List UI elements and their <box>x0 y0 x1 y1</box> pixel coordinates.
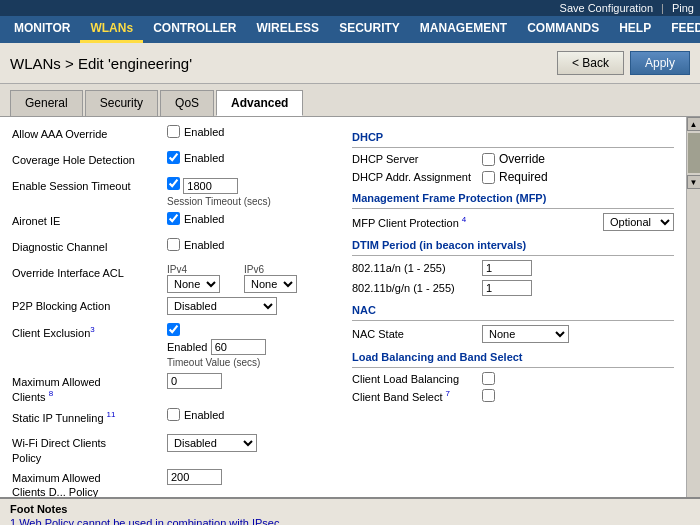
static-tunneling-sup[interactable]: 11 <box>107 410 116 419</box>
session-timeout-control: Session Timeout (secs) <box>167 177 332 208</box>
tab-security[interactable]: Security <box>85 90 158 116</box>
allow-aaa-label: Allow AAA Override <box>12 125 167 141</box>
ping-link[interactable]: Ping <box>672 2 694 14</box>
p2p-blocking-row: P2P Blocking Action Disabled Drop Forwar… <box>12 297 332 319</box>
back-button[interactable]: < Back <box>557 51 624 75</box>
dhcp-server-value: Override <box>499 152 545 166</box>
wifi-direct-row: Wi-Fi Direct ClientsPolicy Disabled Allo… <box>12 434 332 465</box>
page-title: WLANs > Edit 'engineering' <box>10 55 192 72</box>
tab-general[interactable]: General <box>10 90 83 116</box>
nav-wlans[interactable]: WLANs <box>80 16 143 43</box>
dhcp-server-checkbox[interactable] <box>482 153 495 166</box>
nav-commands[interactable]: COMMANDS <box>517 16 609 43</box>
mfp-client-row: MFP Client Protection 4 Optional Require… <box>352 213 674 231</box>
dhcp-addr-checkbox[interactable] <box>482 171 495 184</box>
override-acl-row: Override Interface ACL IPv4 None IPv6 <box>12 264 332 293</box>
nav-management[interactable]: MANAGEMENT <box>410 16 517 43</box>
dhcp-divider <box>352 147 674 148</box>
nav-security[interactable]: SECURITY <box>329 16 410 43</box>
client-lb-checkbox[interactable] <box>482 372 495 385</box>
override-acl-control: IPv4 None IPv6 None <box>167 264 332 293</box>
coverage-hole-label: Coverage Hole Detection <box>12 151 167 167</box>
nac-divider <box>352 320 674 321</box>
allow-aaa-control: Enabled <box>167 125 332 138</box>
client-exclusion-timeout-input[interactable] <box>211 339 266 355</box>
max-clients-input[interactable] <box>167 373 222 389</box>
nav-bar: MONITOR WLANs CONTROLLER WIRELESS SECURI… <box>0 16 700 43</box>
tabs-row: General Security QoS Advanced <box>0 84 700 117</box>
dhcp-server-control: Override <box>482 152 545 166</box>
nac-state-row: NAC State None Radius NAC SNMP NAC <box>352 325 674 343</box>
dhcp-server-label: DHCP Server <box>352 153 482 165</box>
allow-aaa-checkbox[interactable] <box>167 125 180 138</box>
session-timeout-label: Enable Session Timeout <box>12 177 167 193</box>
client-exclusion-checkbox[interactable] <box>167 323 180 336</box>
client-lb-row: Client Load Balancing <box>352 372 674 385</box>
nav-feedback[interactable]: FEEDBACK <box>661 16 700 43</box>
footnotes-title: Foot Notes <box>10 503 690 515</box>
diagnostic-channel-control: Enabled <box>167 238 332 251</box>
mfp-divider <box>352 208 674 209</box>
diagnostic-channel-checkbox[interactable] <box>167 238 180 251</box>
static-tunneling-enabled: Enabled <box>184 409 224 421</box>
static-ip-tunneling-control: Enabled <box>167 408 332 421</box>
ipv6-group: IPv6 None <box>244 264 297 293</box>
ipv4-group: IPv4 None <box>167 264 220 293</box>
max-clients-sup[interactable]: 8 <box>49 389 53 398</box>
coverage-hole-checkbox[interactable] <box>167 151 180 164</box>
main-content: Allow AAA Override Enabled Coverage Hole… <box>0 117 700 497</box>
client-band-checkbox[interactable] <box>482 389 495 402</box>
mfp-client-select[interactable]: Optional Required Disabled <box>603 213 674 231</box>
client-band-sup[interactable]: 7 <box>446 389 450 398</box>
override-acl-label: Override Interface ACL <box>12 264 167 280</box>
nav-controller[interactable]: CONTROLLER <box>143 16 246 43</box>
apply-button[interactable]: Apply <box>630 51 690 75</box>
nav-help[interactable]: HELP <box>609 16 661 43</box>
top-bar: Save Configuration | Ping <box>0 0 700 16</box>
dtim-80211an-input[interactable] <box>482 260 532 276</box>
ipv4-select[interactable]: None <box>167 275 220 293</box>
mfp-sup[interactable]: 4 <box>462 215 466 224</box>
session-timeout-checkbox[interactable] <box>167 177 180 190</box>
wifi-direct-select[interactable]: Disabled Allow Not Allow <box>167 434 257 452</box>
dhcp-addr-label: DHCP Addr. Assignment <box>352 171 482 183</box>
max-clients-policy-input[interactable] <box>167 469 222 485</box>
max-clients-policy-label: Maximum AllowedClients D... Policy <box>12 469 167 497</box>
ipv4-label: IPv4 <box>167 264 187 275</box>
nav-monitor[interactable]: MONITOR <box>4 16 80 43</box>
client-band-label: Client Band Select 7 <box>352 389 482 403</box>
dtim-80211bgn-label: 802.11b/g/n (1 - 255) <box>352 282 482 294</box>
client-band-row: Client Band Select 7 <box>352 389 674 403</box>
session-timeout-sublabel: Session Timeout (secs) <box>167 196 271 207</box>
ipv-row: IPv4 None IPv6 None <box>167 264 297 293</box>
aironet-ie-enabled: Enabled <box>184 213 224 225</box>
ipv6-select[interactable]: None <box>244 275 297 293</box>
client-exclusion-sup[interactable]: 3 <box>90 325 94 334</box>
max-clients-policy-row: Maximum AllowedClients D... Policy <box>12 469 332 497</box>
right-column: DHCP DHCP Server Override DHCP Addr. Ass… <box>352 125 674 489</box>
dhcp-addr-control: Required <box>482 170 548 184</box>
tab-qos[interactable]: QoS <box>160 90 214 116</box>
client-exclusion-timeout-label: Timeout Value (secs) <box>167 357 260 368</box>
max-clients-row: Maximum AllowedClients 8 <box>12 373 332 404</box>
aironet-ie-checkbox[interactable] <box>167 212 180 225</box>
save-config-link[interactable]: Save Configuration <box>560 2 654 14</box>
max-clients-control <box>167 373 332 389</box>
nac-state-select[interactable]: None Radius NAC SNMP NAC <box>482 325 569 343</box>
nav-wireless[interactable]: WIRELESS <box>246 16 329 43</box>
scroll-thumb[interactable] <box>688 133 700 173</box>
scroll-down-btn[interactable]: ▼ <box>687 175 701 189</box>
client-lb-label: Client Load Balancing <box>352 373 482 385</box>
p2p-blocking-select[interactable]: Disabled Drop Forward-UpStream <box>167 297 277 315</box>
static-ip-tunneling-label: Static IP Tunneling 11 <box>12 408 167 425</box>
aironet-ie-label: Aironet IE <box>12 212 167 228</box>
dhcp-section-title: DHCP <box>352 131 674 143</box>
static-tunneling-checkbox[interactable] <box>167 408 180 421</box>
session-timeout-input[interactable] <box>183 178 238 194</box>
tab-advanced[interactable]: Advanced <box>216 90 303 116</box>
mfp-client-label: MFP Client Protection 4 <box>352 215 603 229</box>
dtim-80211bgn-row: 802.11b/g/n (1 - 255) <box>352 280 674 296</box>
scroll-up-btn[interactable]: ▲ <box>687 117 701 131</box>
dhcp-server-row: DHCP Server Override <box>352 152 674 166</box>
dtim-80211bgn-input[interactable] <box>482 280 532 296</box>
